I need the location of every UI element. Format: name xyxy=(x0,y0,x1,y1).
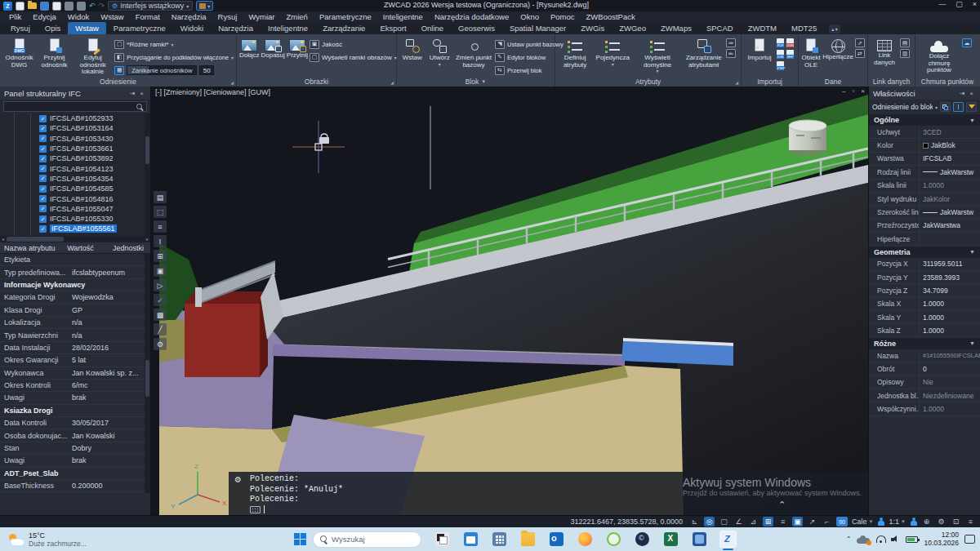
menu-inteligentne[interactable]: Inteligentne xyxy=(377,12,429,21)
property-row[interactable]: Styl wydrukuJakKolor xyxy=(869,193,980,206)
maximize-button[interactable]: ▢ xyxy=(956,0,963,8)
status-menu-icon[interactable]: ≡ xyxy=(965,517,976,527)
attribute-row[interactable]: Etykieta xyxy=(0,254,150,266)
menu-pomoc[interactable]: Pomoc xyxy=(545,12,581,21)
chevron-down-icon[interactable]: ▼ xyxy=(481,79,486,84)
measure-line-icon[interactable]: ╱ xyxy=(154,323,167,335)
ribbon-collapse-control[interactable]: ▴ ▾ xyxy=(829,24,840,33)
calculator-app-icon[interactable] xyxy=(491,531,508,548)
close-icon[interactable]: × xyxy=(137,90,146,97)
doc-minimize-button[interactable]: – xyxy=(842,87,845,95)
close-button[interactable]: × xyxy=(973,0,977,8)
menu-wymiar[interactable]: Wymiar xyxy=(243,12,280,21)
menu-format[interactable]: Format xyxy=(130,12,166,21)
attach-image-button[interactable]: Dołącz xyxy=(239,36,259,77)
checkbox-checked-icon[interactable]: ✓ xyxy=(39,125,47,132)
attribute-row[interactable]: Data Instalacji28/02/2016 xyxy=(0,342,150,354)
notification-center-icon[interactable] xyxy=(964,535,975,544)
ifc-tree-item-selected[interactable]: ✓IFCSLAB#1055561 xyxy=(0,224,150,233)
tree-horizontal-scrollbar[interactable]: ◂ ▸ xyxy=(0,236,150,242)
adjust-image-button[interactable]: Dopasuj xyxy=(261,36,284,77)
annotation-visibility-icon[interactable] xyxy=(878,518,885,527)
data-link-button[interactable]: Link danych xyxy=(871,36,898,77)
task-view-button[interactable] xyxy=(434,531,451,548)
create-block-button[interactable]: Utwórz ▾ xyxy=(426,36,452,77)
doc-close-button[interactable]: × xyxy=(861,87,865,95)
menu-wstaw[interactable]: Wstaw xyxy=(95,12,130,21)
minimize-button[interactable]: — xyxy=(938,0,946,8)
file-explorer-icon[interactable] xyxy=(519,531,537,548)
attribute-row[interactable]: Kategoria DrogiWojewodzka xyxy=(0,291,150,304)
tab-spatial-manager[interactable]: Spatial Manager xyxy=(502,22,573,34)
property-row[interactable]: KolorJakBlok xyxy=(869,139,980,152)
property-row[interactable]: Pozycja Z34.7099 xyxy=(869,284,980,297)
dialog-launcher-icon[interactable]: ◢ xyxy=(230,80,234,85)
tab-zarzadzanie[interactable]: Zarządzanie xyxy=(315,22,372,34)
outlook-app-icon[interactable] xyxy=(548,531,565,548)
hyperlink-button[interactable]: Hiperłącze xyxy=(822,36,853,77)
tab-inteligentne[interactable]: Inteligentne xyxy=(261,22,315,34)
menu-zmien[interactable]: Zmień xyxy=(280,12,313,21)
ifc-tree-item[interactable]: ✓IFCSLAB#1052933 xyxy=(0,113,150,123)
green-app-icon[interactable] xyxy=(605,531,622,548)
annotation-scale-dropdown[interactable]: 1:1▼ xyxy=(889,518,906,526)
break-block-option[interactable]: ⇆ Przerwij blok xyxy=(495,64,552,76)
dgn-import-icon[interactable]: DGN xyxy=(786,38,794,47)
pdf-import-icon[interactable]: PDF xyxy=(777,38,784,47)
menu-narzedzia[interactable]: Narzędzia xyxy=(166,12,212,21)
select-objects-icon[interactable] xyxy=(953,102,964,112)
checkbox-checked-icon[interactable]: ✓ xyxy=(39,135,47,142)
new-file-icon[interactable] xyxy=(16,2,24,11)
property-row[interactable]: Pozycja X311959.5011 xyxy=(869,258,980,271)
tab-narzedzia[interactable]: Narzędzia xyxy=(211,22,261,34)
tab-mdt25[interactable]: MDT25 xyxy=(784,22,824,34)
attribute-row[interactable]: Uwagibrak xyxy=(0,392,150,404)
tab-zwmaps[interactable]: ZWMaps xyxy=(653,22,699,34)
grid-icon[interactable]: ▢ xyxy=(719,517,729,527)
checkbox-checked-icon[interactable]: ✓ xyxy=(39,175,47,182)
insert-block-button[interactable]: Wstaw xyxy=(399,36,425,77)
settings-gear-icon[interactable]: ⚙ xyxy=(936,517,947,527)
doc-export-icon[interactable]: ▷ xyxy=(154,279,167,291)
snap-tracking-icon[interactable]: ⊞ xyxy=(763,517,773,527)
table-upload-icon[interactable]: ▤ xyxy=(900,38,910,47)
menu-edycja[interactable]: Edycja xyxy=(27,12,62,21)
viewport-controls-label[interactable]: [-] [Zmieniony] [Cieniowane] [GUW] xyxy=(155,88,270,96)
xref-dwg-button[interactable]: DWG Odnośnik DWG xyxy=(2,36,36,77)
blocks-color-icon[interactable]: ▩ xyxy=(154,309,167,321)
clock[interactable]: 12:00 10.03.2026 xyxy=(924,531,959,547)
attribute-tool-icon[interactable]: ≕ xyxy=(726,49,736,58)
dynamic-input-icon[interactable]: ↗ xyxy=(807,517,817,527)
taskbar-search[interactable]: Wyszukaj xyxy=(313,531,421,548)
preview-icon[interactable] xyxy=(77,2,86,11)
property-row[interactable]: Obrót0 xyxy=(869,362,980,375)
attribute-row[interactable]: Lokalizacjan/a xyxy=(0,317,150,329)
section-geometry[interactable]: Geometria▼ xyxy=(869,247,980,258)
attribute-row[interactable]: Typ predefiniowa...ifcslabtypeenum xyxy=(0,266,150,278)
frames-option[interactable]: ▢ *Różne ramki* ▾ xyxy=(114,38,234,50)
attribute-row[interactable]: Okres Gwarancji5 lat xyxy=(0,354,150,367)
auto-annotation-icon[interactable] xyxy=(910,518,917,527)
checkbox-checked-icon[interactable]: ✓ xyxy=(39,155,47,162)
table-download-icon[interactable]: ▥ xyxy=(900,49,910,58)
fade-value[interactable]: 50 xyxy=(199,65,214,75)
menu-zwboostpack[interactable]: ZWBoostPack xyxy=(581,12,641,21)
undo-icon[interactable]: ↶ xyxy=(89,2,96,10)
image-quality-option[interactable]: ▣ Jakość xyxy=(310,38,397,50)
units-dropdown[interactable]: Cale▼ xyxy=(852,518,873,526)
settings-gear-icon[interactable]: ⚙ xyxy=(154,338,167,350)
checkbox-checked-icon[interactable]: ✓ xyxy=(39,115,47,122)
tab-rysuj[interactable]: Rysuj xyxy=(3,22,38,34)
manage-attributes-button[interactable]: Zarządzanie atrybutami xyxy=(684,36,724,77)
property-row[interactable]: Skala Y1.0000 xyxy=(869,311,980,324)
section-beam-icon[interactable]: I xyxy=(154,235,167,247)
point-cloud-small-icon[interactable]: ☁ xyxy=(962,38,972,47)
print-icon[interactable] xyxy=(65,2,74,11)
property-row[interactable]: Uchwyt3CED xyxy=(869,126,980,139)
single-attribute-button[interactable]: Pojedyncza ▾ xyxy=(594,36,631,77)
scroll-left-icon[interactable]: ◂ xyxy=(2,236,4,242)
tray-expand-icon[interactable]: ⌃ xyxy=(846,535,852,543)
idw-import-icon[interactable]: IDW xyxy=(777,50,784,59)
property-row[interactable]: Jednostka bl...Niezdefiniowane xyxy=(869,389,980,402)
autohide-pin-icon[interactable]: ⇥ xyxy=(127,90,138,97)
